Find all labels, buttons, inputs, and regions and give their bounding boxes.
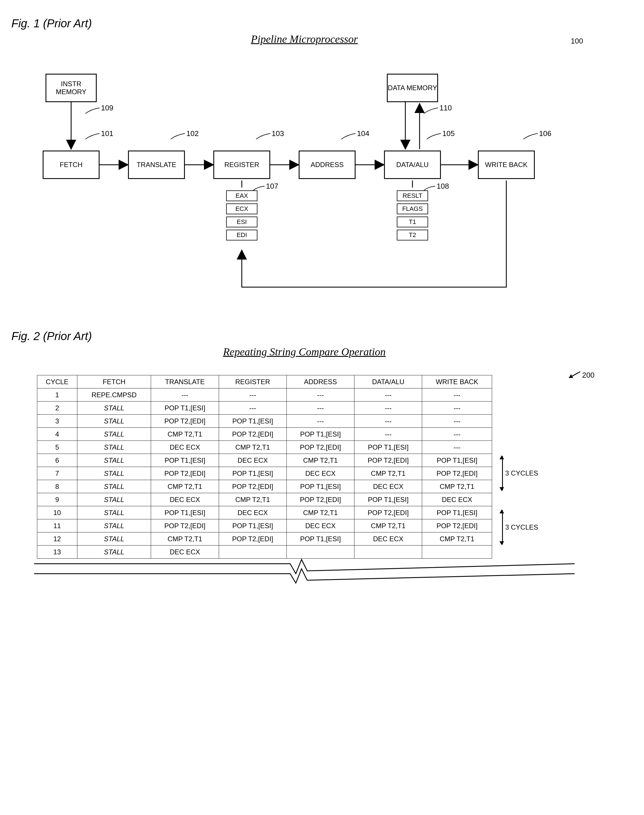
col-fetch: FETCH (77, 375, 151, 388)
cycles-annot-1: 3 CYCLES (498, 456, 538, 490)
reg-ecx: ECX (226, 203, 258, 214)
table-cell: --- (287, 388, 354, 402)
table-cell: CMP T2,T1 (354, 467, 422, 480)
table-cell: CMP T2,T1 (287, 454, 354, 467)
table-cell: POP T1,[ESI] (354, 441, 422, 454)
col-writeback: WRITE BACK (422, 375, 492, 388)
table-cell: STALL (77, 533, 151, 545)
table-cell: POP T2,[EDI] (151, 467, 219, 480)
table-cell: DEC ECX (151, 545, 219, 559)
fig2-label: Fig. 2 (Prior Art) (11, 330, 633, 342)
table-cell: DEC ECX (151, 441, 219, 454)
reg-t2: T2 (397, 230, 428, 241)
table-cell: POP T1,[ESI] (422, 506, 492, 519)
table-cell: POP T2,[EDI] (219, 533, 287, 545)
table-row: 3STALLPOP T2,[EDI]POP T1,[ESI]--------- (37, 414, 492, 428)
table-cell: REPE.CMPSD (77, 388, 151, 402)
svg-marker-13 (569, 374, 573, 378)
reg-esi: ESI (226, 216, 258, 227)
table-cell: 1 (37, 388, 77, 402)
table-cell: POP T1,[ESI] (219, 467, 287, 480)
stage-fetch-label: FETCH (60, 161, 83, 169)
stage-address: ADDRESS (299, 150, 356, 179)
fig2-diagram: 200 CYCLE FETCH TRANSLATE REGISTER ADDRE… (34, 375, 575, 585)
table-cell: 9 (37, 493, 77, 506)
table-row: 10STALLPOP T1,[ESI]DEC ECXCMP T2,T1POP T… (37, 506, 492, 519)
col-dataalu: DATA/ALU (354, 375, 422, 388)
table-cell: 12 (37, 533, 77, 545)
table-cell: DEC ECX (287, 467, 354, 480)
table-cell: --- (422, 402, 492, 414)
table-cell: --- (287, 402, 354, 414)
instr-memory-block: INSTR MEMORY (46, 74, 97, 102)
table-row: 5STALLDEC ECXCMP T2,T1POP T2,[EDI]POP T1… (37, 441, 492, 454)
data-memory-label: DATA MEMORY (388, 84, 437, 92)
table-cell: POP T2,[EDI] (354, 506, 422, 519)
table-cell: STALL (77, 493, 151, 506)
ref-104: 104 (357, 129, 369, 138)
timing-table: CYCLE FETCH TRANSLATE REGISTER ADDRESS D… (37, 375, 492, 559)
table-row: 7STALLPOP T2,[EDI]POP T1,[ESI]DEC ECXCMP… (37, 467, 492, 480)
table-cell: CMP T2,T1 (422, 533, 492, 545)
table-cell: 2 (37, 402, 77, 414)
table-cell: --- (219, 402, 287, 414)
table-cell: 3 (37, 414, 77, 428)
table-cell (219, 545, 287, 559)
stage-dataalu: DATA/ALU (384, 150, 441, 179)
table-cell (422, 545, 492, 559)
table-cell: --- (219, 388, 287, 402)
ref-100: 100 (571, 37, 583, 46)
table-row: 9STALLDEC ECXCMP T2,T1POP T2,[EDI]POP T1… (37, 493, 492, 506)
table-cell: --- (354, 414, 422, 428)
table-cell: CMP T2,T1 (151, 533, 219, 545)
table-cell: POP T2,[EDI] (422, 467, 492, 480)
table-cell: POP T1,[ESI] (151, 454, 219, 467)
col-cycle: CYCLE (37, 375, 77, 388)
register-file-right: RESLT FLAGS T1 T2 (397, 190, 428, 241)
bracket-icon (498, 510, 503, 544)
table-cell: POP T2,[EDI] (219, 428, 287, 441)
table-row: 2STALLPOP T1,[ESI]------------ (37, 402, 492, 414)
page-tear (34, 558, 575, 585)
ref-105: 105 (442, 129, 455, 138)
table-cell: DEC ECX (219, 454, 287, 467)
table-cell: CMP T2,T1 (151, 428, 219, 441)
stage-register: REGISTER (213, 150, 270, 179)
table-cell: STALL (77, 467, 151, 480)
table-row: 11STALLPOP T2,[EDI]POP T1,[ESI]DEC ECXCM… (37, 519, 492, 533)
table-cell: 7 (37, 467, 77, 480)
table-cell: --- (354, 402, 422, 414)
stage-dataalu-label: DATA/ALU (396, 161, 429, 169)
stage-address-label: ADDRESS (311, 161, 343, 169)
fig1-label: Fig. 1 (Prior Art) (11, 17, 633, 30)
table-cell: POP T1,[ESI] (219, 414, 287, 428)
table-cell: POP T2,[EDI] (219, 480, 287, 493)
table-cell: POP T1,[ESI] (151, 506, 219, 519)
table-cell: --- (422, 428, 492, 441)
col-address: ADDRESS (287, 375, 354, 388)
ref-109: 109 (101, 104, 113, 112)
table-cell: CMP T2,T1 (219, 493, 287, 506)
table-cell: POP T1,[ESI] (422, 454, 492, 467)
reg-flags: FLAGS (397, 203, 428, 214)
table-cell: --- (287, 414, 354, 428)
fig1-title: Pipeline Microprocessor (34, 33, 575, 45)
data-memory-block: DATA MEMORY (387, 74, 438, 102)
table-cell: --- (422, 441, 492, 454)
reg-reslt: RESLT (397, 190, 428, 201)
table-cell: STALL (77, 545, 151, 559)
table-cell: POP T1,[ESI] (287, 428, 354, 441)
table-cell: STALL (77, 519, 151, 533)
table-header-row: CYCLE FETCH TRANSLATE REGISTER ADDRESS D… (37, 375, 492, 388)
table-cell: POP T2,[EDI] (422, 519, 492, 533)
bracket-icon (498, 456, 503, 490)
col-translate: TRANSLATE (151, 375, 219, 388)
table-cell: 5 (37, 441, 77, 454)
table-cell: STALL (77, 480, 151, 493)
ref-102: 102 (186, 129, 199, 138)
fig1-diagram: 100 (34, 51, 575, 307)
table-cell: STALL (77, 428, 151, 441)
ref-103: 103 (271, 129, 284, 138)
table-cell: CMP T2,T1 (219, 441, 287, 454)
col-register: REGISTER (219, 375, 287, 388)
